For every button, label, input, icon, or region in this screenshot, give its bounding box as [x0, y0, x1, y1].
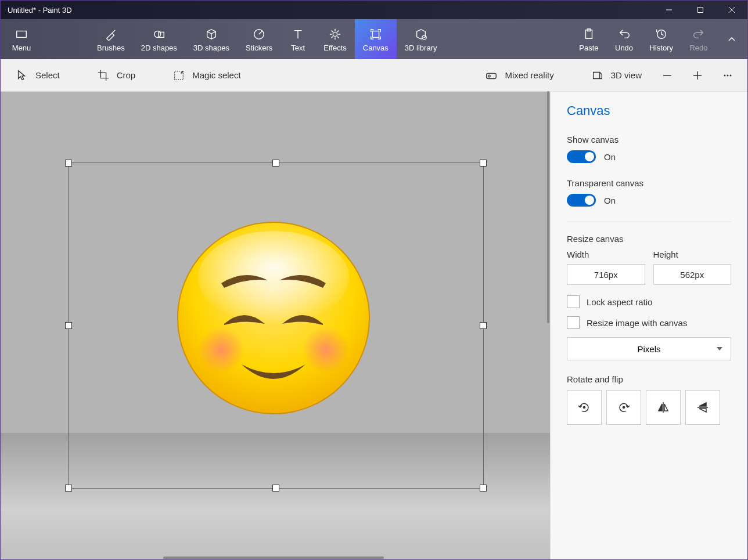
- rotate-ccw-icon: [577, 400, 591, 414]
- maximize-button[interactable]: [685, 1, 716, 19]
- effects-label: Effects: [323, 44, 347, 52]
- 3d-shapes-icon: [205, 26, 218, 42]
- svg-point-22: [730, 74, 732, 76]
- stickers-icon: [253, 26, 265, 42]
- crop-icon: [97, 69, 110, 82]
- 3d-shapes-tab[interactable]: 3D shapes: [185, 19, 238, 59]
- paste-icon: [582, 26, 595, 42]
- svg-point-28: [623, 407, 625, 409]
- magic-select-tool[interactable]: Magic select: [164, 66, 249, 85]
- redo-button[interactable]: Redo: [681, 19, 716, 59]
- select-tool[interactable]: Select: [8, 66, 68, 85]
- flip-horizontal-button[interactable]: [646, 390, 681, 425]
- plus-icon: [692, 70, 703, 81]
- undo-button[interactable]: Undo: [607, 19, 642, 59]
- width-input[interactable]: [567, 264, 645, 285]
- svg-point-16: [488, 75, 491, 77]
- text-label: Text: [291, 44, 305, 52]
- transparent-canvas-label: Transparent canvas: [567, 178, 731, 188]
- 3d-view-tool[interactable]: 3D view: [583, 66, 650, 85]
- flip-horizontal-icon: [656, 400, 670, 414]
- 3d-library-tab[interactable]: 3D library: [397, 19, 445, 59]
- resize-handle-bottom-middle[interactable]: [272, 485, 279, 492]
- svg-point-27: [584, 407, 585, 409]
- crop-tool[interactable]: Crop: [89, 66, 144, 85]
- 2d-shapes-label: 2D shapes: [141, 44, 177, 52]
- zoom-in-button[interactable]: [685, 63, 710, 88]
- effects-tab[interactable]: Effects: [315, 19, 355, 59]
- svg-point-20: [724, 74, 726, 76]
- window-title: Untitled* - Paint 3D: [8, 6, 653, 15]
- undo-icon: [618, 26, 631, 42]
- zoom-out-button[interactable]: [654, 63, 680, 88]
- undo-label: Undo: [615, 44, 633, 52]
- canvas-icon: [369, 26, 382, 42]
- text-tab[interactable]: Text: [280, 19, 315, 59]
- resize-handle-middle-left[interactable]: [65, 322, 72, 329]
- 3d-library-label: 3D library: [405, 44, 437, 52]
- 2d-shapes-icon: [153, 26, 166, 42]
- transparent-canvas-toggle[interactable]: [567, 194, 596, 207]
- cursor-icon: [16, 69, 28, 82]
- resize-image-checkbox[interactable]: [567, 316, 580, 329]
- flip-vertical-button[interactable]: [685, 390, 720, 425]
- height-input[interactable]: [653, 264, 732, 285]
- horizontal-scrollbar[interactable]: [163, 557, 384, 559]
- properties-panel: Canvas Show canvas On Transparent canvas…: [550, 92, 747, 560]
- mixed-reality-icon: [485, 69, 498, 82]
- vertical-scrollbar[interactable]: [547, 91, 549, 323]
- brush-icon: [105, 26, 117, 42]
- rotate-cw-button[interactable]: [606, 390, 641, 425]
- paste-button[interactable]: Paste: [571, 19, 606, 59]
- main-area: Canvas Show canvas On Transparent canvas…: [1, 92, 747, 560]
- width-label: Width: [567, 250, 645, 259]
- resize-handle-bottom-right[interactable]: [480, 485, 487, 492]
- unit-dropdown[interactable]: Pixels: [567, 337, 731, 360]
- magic-select-icon: [172, 69, 185, 82]
- crop-label: Crop: [117, 70, 136, 80]
- minimize-button[interactable]: [653, 1, 685, 19]
- resize-handle-top-middle[interactable]: [272, 160, 279, 167]
- brushes-tab[interactable]: Brushes: [89, 19, 133, 59]
- mixed-reality-tool[interactable]: Mixed reality: [477, 66, 562, 85]
- svg-rect-4: [17, 31, 27, 38]
- titlebar: Untitled* - Paint 3D: [1, 1, 747, 19]
- paste-label: Paste: [579, 44, 598, 52]
- svg-rect-1: [698, 8, 703, 13]
- resize-canvas-label: Resize canvas: [567, 234, 731, 244]
- show-canvas-toggle[interactable]: [567, 150, 596, 163]
- ellipsis-icon: [722, 70, 733, 81]
- magic-select-label: Magic select: [192, 70, 240, 80]
- more-options-button[interactable]: [715, 63, 740, 88]
- lock-aspect-checkbox[interactable]: [567, 295, 580, 308]
- resize-handle-top-right[interactable]: [480, 160, 487, 167]
- canvas-tab[interactable]: Canvas: [355, 19, 397, 59]
- resize-handle-top-left[interactable]: [65, 160, 72, 167]
- history-button[interactable]: History: [642, 19, 681, 59]
- 3d-view-icon: [591, 69, 604, 82]
- resize-handle-middle-right[interactable]: [480, 322, 487, 329]
- close-button[interactable]: [716, 1, 747, 19]
- rotate-ccw-button[interactable]: [567, 390, 602, 425]
- emoji-sticker[interactable]: [175, 219, 372, 417]
- panel-divider: [567, 222, 731, 222]
- menu-button[interactable]: Menu: [1, 19, 42, 59]
- text-icon: [292, 26, 304, 42]
- height-label: Height: [653, 250, 732, 259]
- show-canvas-label: Show canvas: [567, 135, 731, 144]
- unit-value: Pixels: [637, 344, 660, 354]
- redo-label: Redo: [689, 44, 707, 52]
- svg-rect-9: [372, 31, 379, 38]
- lock-aspect-label: Lock aspect ratio: [587, 297, 652, 307]
- collapse-ribbon-button[interactable]: [716, 19, 747, 59]
- panel-title: Canvas: [567, 103, 731, 118]
- canvas-workspace[interactable]: [1, 92, 550, 560]
- 2d-shapes-tab[interactable]: 2D shapes: [133, 19, 185, 59]
- show-canvas-state: On: [604, 152, 616, 162]
- stickers-tab[interactable]: Stickers: [238, 19, 280, 59]
- resize-handle-bottom-left[interactable]: [65, 485, 72, 492]
- window-controls: [653, 1, 747, 19]
- svg-point-26: [303, 327, 349, 373]
- 3d-shapes-label: 3D shapes: [193, 44, 229, 52]
- chevron-up-icon: [727, 35, 736, 44]
